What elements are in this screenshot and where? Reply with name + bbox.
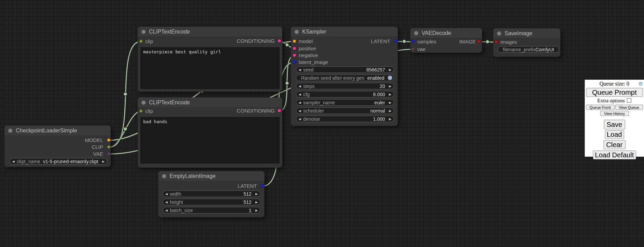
increment-arrow-icon[interactable]: ▶ — [387, 101, 394, 104]
save-button[interactable]: Save — [604, 120, 625, 129]
input-slot-negative[interactable] — [293, 53, 296, 57]
output-slot-model[interactable] — [107, 138, 111, 142]
increment-arrow-icon[interactable]: ▶ — [253, 192, 260, 196]
output-slot-latent[interactable] — [394, 39, 397, 43]
node-collapse-dot[interactable] — [295, 30, 299, 34]
output-label-conditioning: CONDITIONING — [237, 38, 275, 44]
batch-size-widget[interactable]: ◀ batch_size 1 ▶ — [163, 207, 260, 213]
node-title: VAEDecode — [422, 30, 451, 36]
view-history-button[interactable]: View History — [600, 111, 629, 116]
output-slot-vae[interactable] — [107, 152, 111, 156]
node-title: SaveImage — [505, 30, 532, 36]
steps-widget[interactable]: ◀ steps 20 ▶ — [296, 83, 394, 89]
extra-options-label: Extra options — [597, 98, 625, 103]
node-clip-text-encode-negative[interactable]: CLIPTextEncode clip CONDITIONING bad han… — [138, 98, 282, 168]
input-slot-clip[interactable] — [139, 39, 143, 43]
node-title-bar[interactable]: CLIPTextEncode — [138, 27, 282, 37]
output-slot-conditioning[interactable] — [277, 109, 281, 113]
filename-prefix-widget[interactable]: filename_prefix ComfyUI — [498, 46, 559, 53]
node-clip-text-encode-positive[interactable]: CLIPTextEncode clip CONDITIONING masterp… — [138, 27, 282, 92]
node-empty-latent-image[interactable]: EmptyLatentImage LATENT ◀ width 512 ▶ ◀ … — [158, 171, 264, 217]
node-save-image[interactable]: SaveImage images filename_prefix ComfyUI — [493, 28, 560, 57]
node-collapse-dot[interactable] — [414, 31, 418, 35]
prompt-textarea[interactable]: masterpiece best quality girl — [140, 47, 280, 89]
queue-size-label: Queue size: 0 — [599, 81, 629, 87]
clear-button[interactable]: Clear — [604, 140, 626, 149]
node-title-bar[interactable]: SaveImage — [493, 28, 560, 39]
view-queue-button[interactable]: View Queue — [615, 105, 643, 110]
widget-label: scheduler — [303, 108, 324, 114]
node-collapse-dot[interactable] — [141, 101, 146, 105]
decrement-arrow-icon[interactable]: ◀ — [163, 192, 170, 196]
random-seed-toggle-widget[interactable]: Random seed after every gen enabled — [296, 75, 394, 81]
output-slot-clip[interactable] — [107, 145, 111, 149]
node-collapse-dot[interactable] — [162, 174, 166, 178]
cfg-widget[interactable]: ◀ cfg 8.000 ▶ — [296, 91, 394, 98]
toggle-enabled-dot[interactable] — [387, 75, 393, 80]
height-widget[interactable]: ◀ height 512 ▶ — [163, 199, 260, 205]
increment-arrow-icon[interactable]: ▶ — [387, 117, 394, 121]
output-slot-image[interactable] — [477, 40, 481, 43]
node-title-bar[interactable]: CheckpointLoaderSimple — [4, 126, 111, 136]
load-default-button[interactable]: Load Default — [593, 151, 636, 159]
input-slot-vae[interactable] — [411, 47, 415, 51]
node-vae-decode[interactable]: VAEDecode samples vae IMAGE — [410, 28, 482, 53]
input-label-vae: vae — [417, 46, 425, 53]
node-ksampler[interactable]: KSampler model positive negative latent_… — [291, 27, 398, 126]
widget-value: 512 — [183, 199, 253, 205]
ckpt-name-widget[interactable]: ◀ ckpt_name v1-5-pruned-emaonly.ckpt ▶ — [10, 158, 107, 165]
increment-arrow-icon[interactable]: ▶ — [100, 160, 107, 163]
width-widget[interactable]: ◀ width 512 ▶ — [163, 191, 260, 197]
widget-label: seed — [303, 67, 313, 73]
input-label-model: model — [299, 38, 313, 45]
link-midpoint-dot — [486, 40, 490, 44]
widget-value: normal — [324, 108, 387, 114]
increment-arrow-icon[interactable]: ▶ — [387, 84, 394, 88]
decrement-arrow-icon[interactable]: ◀ — [296, 93, 303, 96]
queue-front-button[interactable]: Queue Front — [586, 105, 615, 110]
increment-arrow-icon[interactable]: ▶ — [253, 200, 260, 204]
input-slot-clip[interactable] — [139, 109, 143, 113]
widget-value: v1-5-pruned-emaonly.ckpt — [40, 159, 100, 164]
node-title-bar[interactable]: KSampler — [291, 27, 398, 37]
node-title-bar[interactable]: EmptyLatentImage — [158, 171, 264, 181]
increment-arrow-icon[interactable]: ▶ — [387, 68, 394, 72]
node-title: CheckpointLoaderSimple — [16, 128, 77, 133]
queue-prompt-button[interactable]: Queue Prompt — [586, 88, 643, 97]
node-title-bar[interactable]: CLIPTextEncode — [138, 98, 282, 108]
input-slot-samples[interactable] — [411, 40, 415, 43]
link-midpoint-dot — [285, 81, 289, 85]
denoise-widget[interactable]: ◀ denoise 1.000 ▶ — [296, 116, 394, 122]
scheduler-widget[interactable]: ◀ scheduler normal ▶ — [296, 107, 394, 114]
output-slot-latent[interactable] — [260, 184, 264, 188]
decrement-arrow-icon[interactable]: ◀ — [296, 109, 303, 113]
node-checkpoint-loader[interactable]: CheckpointLoaderSimple MODEL CLIP VAE ◀ … — [4, 126, 111, 167]
output-slot-conditioning[interactable] — [277, 39, 281, 43]
node-collapse-dot[interactable] — [141, 30, 146, 34]
seed-widget[interactable]: ◀ seed 8566257 ▶ — [296, 66, 394, 73]
output-label-latent: LATENT — [238, 183, 257, 190]
input-slot-model[interactable] — [293, 39, 296, 43]
node-collapse-dot[interactable] — [497, 31, 501, 36]
sampler-name-widget[interactable]: ◀ sampler_name euler ▶ — [296, 99, 394, 106]
input-slot-positive[interactable] — [293, 47, 296, 50]
node-collapse-dot[interactable] — [8, 129, 12, 133]
decrement-arrow-icon[interactable]: ◀ — [296, 101, 303, 104]
increment-arrow-icon[interactable]: ▶ — [253, 209, 260, 212]
input-slot-latent-image[interactable] — [293, 60, 296, 64]
increment-arrow-icon[interactable]: ▶ — [387, 93, 394, 96]
decrement-arrow-icon[interactable]: ◀ — [296, 84, 303, 88]
settings-gear-icon[interactable]: ⚙ — [639, 81, 643, 87]
input-slot-images[interactable] — [494, 40, 498, 44]
prompt-textarea[interactable]: bad hands — [140, 117, 280, 164]
decrement-arrow-icon[interactable]: ◀ — [163, 209, 170, 212]
node-title-bar[interactable]: VAEDecode — [410, 28, 482, 38]
decrement-arrow-icon[interactable]: ◀ — [10, 160, 17, 163]
decrement-arrow-icon[interactable]: ◀ — [296, 68, 303, 72]
decrement-arrow-icon[interactable]: ◀ — [163, 200, 170, 204]
load-button[interactable]: Load — [605, 130, 624, 139]
decrement-arrow-icon[interactable]: ◀ — [296, 117, 303, 121]
input-label-samples: samples — [417, 38, 436, 45]
increment-arrow-icon[interactable]: ▶ — [387, 109, 394, 113]
extra-options-checkbox[interactable] — [627, 98, 631, 103]
